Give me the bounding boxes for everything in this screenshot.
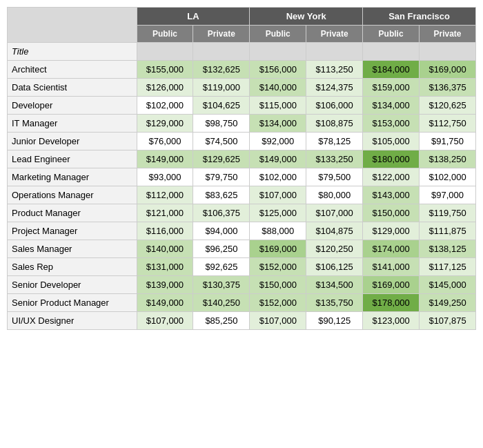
row-label: Sales Rep xyxy=(8,258,137,276)
salary-cell: $115,000 xyxy=(250,97,306,115)
salary-cell: $152,000 xyxy=(250,258,306,276)
salary-cell: $111,875 xyxy=(420,222,476,240)
table-row: Sales Manager$140,000$96,250$169,000$120… xyxy=(8,240,476,258)
table-row: Senior Product Manager$149,000$140,250$1… xyxy=(8,294,476,312)
subheader-ny-private: Private xyxy=(306,26,363,43)
salary-cell: $107,000 xyxy=(306,204,363,222)
salary-cell: $129,625 xyxy=(193,150,250,168)
salary-cell: $155,000 xyxy=(137,61,193,79)
row-label: IT Manager xyxy=(8,115,137,133)
table-row: IT Manager$129,000$98,750$134,000$108,87… xyxy=(8,115,476,133)
salary-cell: $134,500 xyxy=(306,276,363,294)
row-label: Senior Developer xyxy=(8,276,137,294)
salary-cell: $125,000 xyxy=(250,204,306,222)
salary-cell: $150,000 xyxy=(363,204,420,222)
salary-cell: $121,000 xyxy=(137,204,193,222)
salary-cell: $150,000 xyxy=(250,276,306,294)
title-empty-2 xyxy=(193,43,250,61)
salary-cell: $92,625 xyxy=(193,258,250,276)
salary-cell: $120,625 xyxy=(420,97,476,115)
salary-cell: $174,000 xyxy=(363,240,420,258)
salary-cell: $178,000 xyxy=(363,294,420,312)
salary-cell: $131,000 xyxy=(137,258,193,276)
salary-cell: $79,750 xyxy=(193,168,250,186)
title-empty-5 xyxy=(363,43,420,61)
table-row: Architect$155,000$132,625$156,000$113,25… xyxy=(8,61,476,79)
salary-cell: $107,000 xyxy=(250,312,306,330)
table-row: Developer$102,000$104,625$115,000$106,00… xyxy=(8,97,476,115)
salary-cell: $107,000 xyxy=(137,312,193,330)
row-label: Developer xyxy=(8,97,137,115)
salary-cell: $102,000 xyxy=(137,97,193,115)
salary-table-wrapper: LA New York San Francisco Public Private… xyxy=(7,7,476,330)
salary-cell: $104,875 xyxy=(306,222,363,240)
table-row: Data Scientist$126,000$119,000$140,000$1… xyxy=(8,79,476,97)
salary-cell: $116,000 xyxy=(137,222,193,240)
salary-cell: $143,000 xyxy=(363,186,420,204)
title-column-header: Title xyxy=(8,43,137,61)
salary-cell: $184,000 xyxy=(363,61,420,79)
salary-cell: $141,000 xyxy=(363,258,420,276)
salary-cell: $107,875 xyxy=(420,312,476,330)
row-label: Lead Engineer xyxy=(8,150,137,168)
salary-cell: $149,000 xyxy=(250,150,306,168)
salary-cell: $156,000 xyxy=(250,61,306,79)
salary-cell: $124,375 xyxy=(306,79,363,97)
salary-cell: $134,000 xyxy=(250,115,306,133)
salary-cell: $136,375 xyxy=(420,79,476,97)
salary-cell: $80,000 xyxy=(306,186,363,204)
salary-cell: $130,375 xyxy=(193,276,250,294)
salary-cell: $132,625 xyxy=(193,61,250,79)
table-row: Sales Rep$131,000$92,625$152,000$106,125… xyxy=(8,258,476,276)
title-empty-6 xyxy=(420,43,476,61)
subheader-sf-private: Private xyxy=(420,26,476,43)
salary-cell: $94,000 xyxy=(193,222,250,240)
table-row: Project Manager$116,000$94,000$88,000$10… xyxy=(8,222,476,240)
salary-cell: $153,000 xyxy=(363,115,420,133)
salary-cell: $169,000 xyxy=(420,61,476,79)
salary-cell: $159,000 xyxy=(363,79,420,97)
salary-cell: $139,000 xyxy=(137,276,193,294)
salary-cell: $85,250 xyxy=(193,312,250,330)
row-label: Data Scientist xyxy=(8,79,137,97)
table-row: Senior Developer$139,000$130,375$150,000… xyxy=(8,276,476,294)
salary-cell: $88,000 xyxy=(250,222,306,240)
salary-cell: $117,125 xyxy=(420,258,476,276)
salary-cell: $106,000 xyxy=(306,97,363,115)
row-label: Marketing Manager xyxy=(8,168,137,186)
row-label: Project Manager xyxy=(8,222,137,240)
salary-cell: $149,250 xyxy=(420,294,476,312)
row-label: UI/UX Designer xyxy=(8,312,137,330)
title-empty-3 xyxy=(250,43,306,61)
table-row: Junior Developer$76,000$74,500$92,000$78… xyxy=(8,133,476,150)
row-label: Operations Manager xyxy=(8,186,137,204)
salary-cell: $102,000 xyxy=(420,168,476,186)
salary-cell: $106,125 xyxy=(306,258,363,276)
subheader-la-public: Public xyxy=(137,26,193,43)
salary-cell: $120,250 xyxy=(306,240,363,258)
salary-cell: $105,000 xyxy=(363,133,420,150)
salary-cell: $140,000 xyxy=(250,79,306,97)
salary-cell: $149,000 xyxy=(137,150,193,168)
salary-cell: $83,625 xyxy=(193,186,250,204)
salary-cell: $91,750 xyxy=(420,133,476,150)
salary-cell: $140,250 xyxy=(193,294,250,312)
salary-cell: $119,750 xyxy=(420,204,476,222)
salary-cell: $76,000 xyxy=(137,133,193,150)
salary-cell: $93,000 xyxy=(137,168,193,186)
salary-cell: $140,000 xyxy=(137,240,193,258)
salary-cell: $104,625 xyxy=(193,97,250,115)
salary-cell: $126,000 xyxy=(137,79,193,97)
salary-cell: $138,125 xyxy=(420,240,476,258)
city-header-sf: San Francisco xyxy=(363,8,476,26)
salary-cell: $107,000 xyxy=(250,186,306,204)
salary-cell: $90,125 xyxy=(306,312,363,330)
salary-cell: $98,750 xyxy=(193,115,250,133)
row-label: Architect xyxy=(8,61,137,79)
salary-table: LA New York San Francisco Public Private… xyxy=(7,7,476,330)
salary-cell: $122,000 xyxy=(363,168,420,186)
salary-cell: $145,000 xyxy=(420,276,476,294)
salary-cell: $135,750 xyxy=(306,294,363,312)
salary-cell: $96,250 xyxy=(193,240,250,258)
salary-cell: $79,500 xyxy=(306,168,363,186)
